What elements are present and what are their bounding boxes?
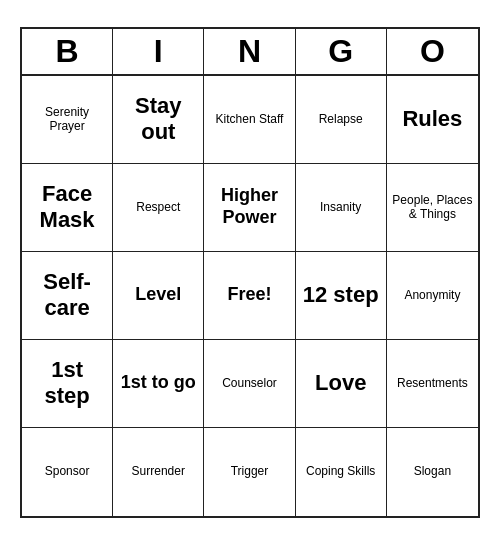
cell-text-7: Higher Power bbox=[209, 185, 289, 228]
bingo-cell-11: Level bbox=[113, 252, 204, 340]
bingo-cell-23: Coping Skills bbox=[296, 428, 387, 516]
cell-text-13: 12 step bbox=[303, 282, 379, 308]
bingo-cell-13: 12 step bbox=[296, 252, 387, 340]
bingo-cell-9: People, Places & Things bbox=[387, 164, 478, 252]
cell-text-19: Resentments bbox=[397, 376, 468, 390]
bingo-cell-5: Face Mask bbox=[22, 164, 113, 252]
cell-text-1: Stay out bbox=[118, 93, 198, 146]
bingo-cell-12: Free! bbox=[204, 252, 295, 340]
cell-text-24: Slogan bbox=[414, 464, 451, 478]
header-letter-n: N bbox=[204, 29, 295, 74]
cell-text-8: Insanity bbox=[320, 200, 361, 214]
bingo-grid: Serenity PrayerStay outKitchen StaffRela… bbox=[22, 76, 478, 516]
bingo-cell-3: Relapse bbox=[296, 76, 387, 164]
bingo-cell-18: Love bbox=[296, 340, 387, 428]
bingo-cell-17: Counselor bbox=[204, 340, 295, 428]
bingo-cell-24: Slogan bbox=[387, 428, 478, 516]
bingo-card: BINGO Serenity PrayerStay outKitchen Sta… bbox=[20, 27, 480, 518]
cell-text-3: Relapse bbox=[319, 112, 363, 126]
bingo-cell-2: Kitchen Staff bbox=[204, 76, 295, 164]
cell-text-18: Love bbox=[315, 370, 366, 396]
cell-text-16: 1st to go bbox=[121, 372, 196, 394]
bingo-cell-6: Respect bbox=[113, 164, 204, 252]
cell-text-14: Anonymity bbox=[404, 288, 460, 302]
bingo-cell-8: Insanity bbox=[296, 164, 387, 252]
cell-text-5: Face Mask bbox=[27, 181, 107, 234]
bingo-header: BINGO bbox=[22, 29, 478, 76]
cell-text-4: Rules bbox=[402, 106, 462, 132]
cell-text-23: Coping Skills bbox=[306, 464, 375, 478]
bingo-cell-14: Anonymity bbox=[387, 252, 478, 340]
bingo-cell-0: Serenity Prayer bbox=[22, 76, 113, 164]
cell-text-6: Respect bbox=[136, 200, 180, 214]
bingo-cell-7: Higher Power bbox=[204, 164, 295, 252]
bingo-cell-1: Stay out bbox=[113, 76, 204, 164]
cell-text-2: Kitchen Staff bbox=[216, 112, 284, 126]
header-letter-o: O bbox=[387, 29, 478, 74]
header-letter-g: G bbox=[296, 29, 387, 74]
cell-text-17: Counselor bbox=[222, 376, 277, 390]
cell-text-22: Trigger bbox=[231, 464, 269, 478]
bingo-cell-22: Trigger bbox=[204, 428, 295, 516]
bingo-cell-16: 1st to go bbox=[113, 340, 204, 428]
bingo-cell-15: 1st step bbox=[22, 340, 113, 428]
bingo-cell-4: Rules bbox=[387, 76, 478, 164]
cell-text-15: 1st step bbox=[27, 357, 107, 410]
bingo-cell-20: Sponsor bbox=[22, 428, 113, 516]
header-letter-i: I bbox=[113, 29, 204, 74]
cell-text-0: Serenity Prayer bbox=[27, 105, 107, 134]
bingo-cell-10: Self-care bbox=[22, 252, 113, 340]
bingo-cell-21: Surrender bbox=[113, 428, 204, 516]
cell-text-10: Self-care bbox=[27, 269, 107, 322]
header-letter-b: B bbox=[22, 29, 113, 74]
bingo-cell-19: Resentments bbox=[387, 340, 478, 428]
cell-text-12: Free! bbox=[227, 284, 271, 306]
cell-text-9: People, Places & Things bbox=[392, 193, 473, 222]
cell-text-20: Sponsor bbox=[45, 464, 90, 478]
cell-text-21: Surrender bbox=[132, 464, 185, 478]
cell-text-11: Level bbox=[135, 284, 181, 306]
